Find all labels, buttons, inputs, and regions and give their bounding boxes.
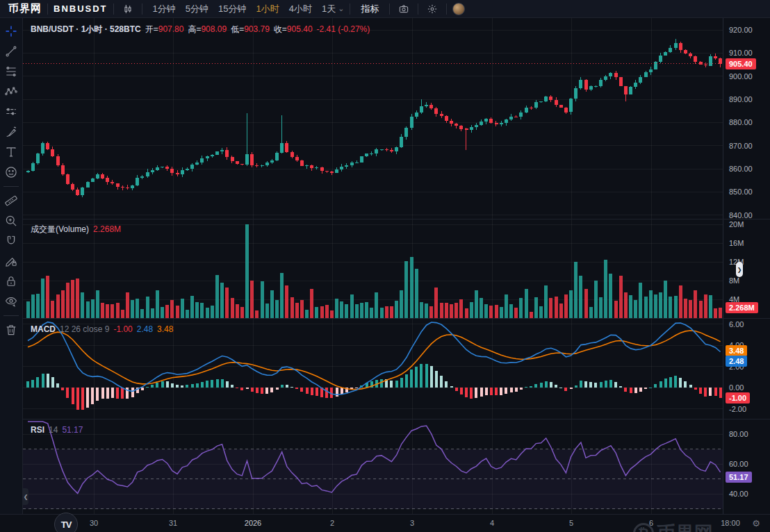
rsi-badge: 51.17 [726, 472, 752, 483]
lock-all-drawings-icon[interactable] [2, 272, 20, 290]
price-axis-label: 860.00 [729, 164, 753, 174]
macd-params: 12 26 close 9 [60, 324, 109, 334]
time-axis-label: 2026 [245, 519, 261, 527]
volume-badge: 2.268M [726, 302, 758, 313]
change-value: -2.41 (-0.27%) [317, 24, 370, 34]
low-label: 低= [231, 24, 244, 34]
rsi-period: 14 [49, 425, 58, 435]
macd-title: MACD [31, 324, 56, 334]
price-axis-label: 910.00 [729, 48, 753, 58]
rsi-axis-label: 80.00 [729, 429, 748, 439]
volume-legend[interactable]: 成交量(Volume) 2.268M [31, 224, 121, 235]
xabcd-pattern-tool-icon[interactable] [2, 83, 20, 101]
price-pane[interactable] [23, 18, 723, 219]
divider [389, 3, 390, 15]
high-label: 高= [188, 24, 201, 34]
close-value: 905.40 [287, 24, 313, 34]
time-axis-label: 4 [490, 519, 494, 527]
time-axis-label: 5 [569, 519, 573, 527]
price-axis-label: 920.00 [729, 25, 753, 35]
divider [446, 3, 447, 15]
trend-line-tool-icon[interactable] [2, 42, 20, 60]
open-value: 907.80 [158, 24, 184, 34]
price-axis-label: 870.00 [729, 141, 753, 151]
drawing-lock-pencil-icon[interactable] [2, 252, 20, 270]
time-axis-label: 31 [169, 519, 177, 527]
divider [3, 315, 19, 316]
symbol-title: BNB/USDT · 1小时 · 528BTC [31, 24, 141, 35]
trading-app: 币界网 BNBUSDT 1分钟 5分钟 15分钟 1小时 4小时 1天 ⌄ 指标 [0, 0, 770, 532]
panel-expand-button[interactable]: ❯ [736, 262, 743, 277]
time-axis-settings-icon[interactable]: ⚙ [752, 518, 760, 529]
emoji-tool-icon[interactable] [2, 163, 20, 181]
text-tool-icon[interactable] [2, 143, 20, 161]
time-axis-label: 3 [410, 519, 414, 527]
macd-legend[interactable]: MACD 12 26 close 9 -1.00 2.48 3.48 [31, 324, 173, 334]
time-axis[interactable]: ⚙ 303120262345618:00 [0, 514, 770, 532]
price-axis[interactable]: 920.00910.00900.00890.00880.00870.00860.… [723, 18, 770, 514]
timeframe-1m[interactable]: 1分钟 [148, 3, 181, 15]
timeframe-1h[interactable]: 1小时 [252, 3, 284, 15]
crosshair-tool-icon[interactable] [2, 22, 20, 40]
divider [350, 3, 350, 15]
chart-region[interactable]: BNB/USDT · 1小时 · 528BTC 开=907.80 高=908.0… [23, 18, 723, 514]
volume-axis-label: 8M [729, 276, 739, 285]
pane-separator[interactable] [23, 419, 770, 419]
volume-pane[interactable] [23, 219, 723, 318]
macd-axis-label: 0.00 [729, 383, 744, 392]
open-label: 开= [145, 24, 158, 34]
price-legend[interactable]: BNB/USDT · 1小时 · 528BTC 开=907.80 高=908.0… [31, 24, 370, 35]
pane-separator[interactable] [23, 318, 770, 319]
price-axis-label: 900.00 [729, 72, 753, 81]
macd-signal-value: 3.48 [157, 324, 173, 334]
brush-tool-icon[interactable] [2, 123, 20, 141]
forecast-position-tool-icon[interactable] [2, 103, 20, 121]
rsi-pane[interactable] [23, 419, 723, 514]
candle-style-icon[interactable] [120, 1, 136, 17]
remove-drawings-trash-icon[interactable] [2, 321, 20, 339]
low-value: 903.79 [244, 24, 270, 34]
rsi-legend[interactable]: RSI 14 51.17 [31, 425, 83, 435]
divider [47, 3, 48, 15]
time-axis-label: 30 [90, 519, 98, 527]
user-avatar[interactable] [452, 3, 465, 15]
rsi-axis-label: 40.00 [729, 489, 748, 499]
price-axis-label: 890.00 [729, 94, 753, 104]
settings-gear-icon[interactable] [424, 1, 441, 17]
pane-separator[interactable] [23, 219, 770, 219]
close-label: 收= [274, 24, 287, 34]
macd-axis-label: 6.00 [729, 319, 744, 329]
volume-title: 成交量(Volume) [31, 224, 89, 235]
measure-ruler-tool-icon[interactable] [2, 192, 20, 210]
hide-drawings-eye-icon[interactable] [2, 292, 20, 310]
zoom-in-tool-icon[interactable] [2, 212, 20, 230]
fib-retracement-tool-icon[interactable] [2, 63, 20, 81]
chevron-down-icon[interactable]: ⌄ [338, 4, 344, 13]
divider [142, 3, 142, 15]
volume-axis-label: 20M [729, 219, 744, 229]
high-value: 908.09 [201, 24, 227, 34]
divider [3, 186, 19, 187]
macd-line-value: 2.48 [137, 324, 153, 334]
site-logo: 币界网 [8, 2, 42, 15]
indicators-button[interactable]: 指标 [356, 3, 384, 15]
magnet-tool-icon[interactable] [2, 232, 20, 250]
volume-value: 2.268M [93, 224, 121, 234]
drawing-toolbar [0, 18, 23, 514]
timeframe-4h[interactable]: 4小时 [284, 3, 317, 15]
timeframe-1d[interactable]: 1天 [317, 3, 341, 15]
macd-line-badge: 2.48 [726, 356, 747, 367]
symbol-button[interactable]: BNBUSDT [54, 3, 108, 14]
timeframe-5m[interactable]: 5分钟 [181, 3, 213, 15]
macd-hist-badge: -1.00 [726, 392, 750, 404]
timeframe-15m[interactable]: 15分钟 [213, 3, 251, 15]
macd-axis-label: -2.00 [729, 404, 746, 414]
divider [418, 3, 418, 15]
tradingview-logo[interactable]: TV [54, 513, 78, 532]
screenshot-camera-icon[interactable] [395, 1, 412, 17]
rsi-value: 51.17 [62, 425, 83, 435]
top-toolbar: 币界网 BNBUSDT 1分钟 5分钟 15分钟 1小时 4小时 1天 ⌄ 指标 [0, 0, 770, 18]
time-axis-label: 18:00 [721, 519, 740, 527]
price-axis-label: 850.00 [729, 187, 753, 197]
toolbar-collapse-button[interactable]: ❮ [23, 488, 28, 505]
